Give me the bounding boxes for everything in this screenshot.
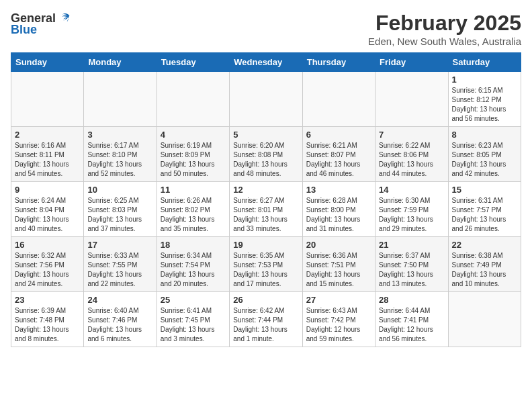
calendar-day-cell [157, 72, 229, 127]
calendar-day-cell: 10Sunrise: 6:25 AM Sunset: 8:03 PM Dayli… [84, 182, 157, 237]
day-info: Sunrise: 6:33 AM Sunset: 7:55 PM Dayligh… [87, 251, 152, 289]
day-number: 22 [452, 240, 517, 250]
calendar-day-cell: 22Sunrise: 6:38 AM Sunset: 7:49 PM Dayli… [448, 237, 521, 292]
calendar-day-cell: 3Sunrise: 6:17 AM Sunset: 8:10 PM Daylig… [84, 127, 157, 182]
calendar-day-cell: 11Sunrise: 6:26 AM Sunset: 8:02 PM Dayli… [157, 182, 229, 237]
calendar-day-cell: 24Sunrise: 6:40 AM Sunset: 7:46 PM Dayli… [84, 292, 157, 347]
month-title: February 2025 [368, 11, 521, 36]
calendar-day-cell: 4Sunrise: 6:19 AM Sunset: 8:09 PM Daylig… [157, 127, 229, 182]
weekday-header-saturday: Saturday [448, 53, 521, 72]
day-number: 23 [15, 295, 80, 305]
day-info: Sunrise: 6:25 AM Sunset: 8:03 PM Dayligh… [87, 196, 152, 234]
calendar-week-row: 2Sunrise: 6:16 AM Sunset: 8:11 PM Daylig… [11, 127, 521, 182]
day-number: 6 [306, 130, 371, 140]
calendar-day-cell: 23Sunrise: 6:39 AM Sunset: 7:48 PM Dayli… [11, 292, 84, 347]
calendar-day-cell: 25Sunrise: 6:41 AM Sunset: 7:45 PM Dayli… [157, 292, 229, 347]
weekday-header-wednesday: Wednesday [230, 53, 302, 72]
day-number: 12 [233, 185, 298, 195]
calendar-day-cell: 5Sunrise: 6:20 AM Sunset: 8:08 PM Daylig… [230, 127, 302, 182]
day-number: 8 [452, 130, 517, 140]
calendar-day-cell: 14Sunrise: 6:30 AM Sunset: 7:59 PM Dayli… [375, 182, 448, 237]
day-number: 1 [452, 75, 517, 85]
day-info: Sunrise: 6:27 AM Sunset: 8:01 PM Dayligh… [233, 196, 298, 234]
calendar-day-cell: 16Sunrise: 6:32 AM Sunset: 7:56 PM Dayli… [11, 237, 84, 292]
day-info: Sunrise: 6:34 AM Sunset: 7:54 PM Dayligh… [161, 251, 226, 289]
day-number: 10 [87, 185, 152, 195]
day-number: 16 [15, 240, 80, 250]
day-number: 19 [233, 240, 298, 250]
title-block: February 2025 Eden, New South Wales, Aus… [368, 11, 521, 47]
day-number: 7 [379, 130, 444, 140]
calendar-day-cell: 13Sunrise: 6:28 AM Sunset: 8:00 PM Dayli… [302, 182, 375, 237]
day-info: Sunrise: 6:31 AM Sunset: 7:57 PM Dayligh… [452, 196, 517, 234]
calendar-day-cell: 9Sunrise: 6:24 AM Sunset: 8:04 PM Daylig… [11, 182, 84, 237]
calendar-day-cell: 2Sunrise: 6:16 AM Sunset: 8:11 PM Daylig… [11, 127, 84, 182]
day-info: Sunrise: 6:15 AM Sunset: 8:12 PM Dayligh… [452, 86, 517, 124]
calendar-day-cell: 8Sunrise: 6:23 AM Sunset: 8:05 PM Daylig… [448, 127, 521, 182]
calendar-day-cell: 12Sunrise: 6:27 AM Sunset: 8:01 PM Dayli… [230, 182, 302, 237]
day-number: 24 [87, 295, 152, 305]
day-info: Sunrise: 6:38 AM Sunset: 7:49 PM Dayligh… [452, 251, 517, 289]
calendar-day-cell: 15Sunrise: 6:31 AM Sunset: 7:57 PM Dayli… [448, 182, 521, 237]
day-info: Sunrise: 6:36 AM Sunset: 7:51 PM Dayligh… [306, 251, 371, 289]
day-info: Sunrise: 6:43 AM Sunset: 7:42 PM Dayligh… [306, 306, 371, 344]
day-number: 4 [161, 130, 226, 140]
calendar-day-cell: 28Sunrise: 6:44 AM Sunset: 7:41 PM Dayli… [375, 292, 448, 347]
day-number: 25 [161, 295, 226, 305]
day-number: 26 [233, 295, 298, 305]
day-number: 14 [379, 185, 444, 195]
calendar-day-cell: 26Sunrise: 6:42 AM Sunset: 7:44 PM Dayli… [230, 292, 302, 347]
day-info: Sunrise: 6:16 AM Sunset: 8:11 PM Dayligh… [15, 141, 80, 179]
day-info: Sunrise: 6:42 AM Sunset: 7:44 PM Dayligh… [233, 306, 298, 344]
page-header: General Blue February 2025 Eden, New Sou… [11, 11, 521, 47]
day-info: Sunrise: 6:40 AM Sunset: 7:46 PM Dayligh… [87, 306, 152, 344]
calendar-day-cell [448, 292, 521, 347]
calendar-day-cell [302, 72, 375, 127]
day-number: 28 [379, 295, 444, 305]
day-info: Sunrise: 6:37 AM Sunset: 7:50 PM Dayligh… [379, 251, 444, 289]
day-number: 11 [161, 185, 226, 195]
calendar-day-cell: 20Sunrise: 6:36 AM Sunset: 7:51 PM Dayli… [302, 237, 375, 292]
calendar-day-cell [11, 72, 84, 127]
day-info: Sunrise: 6:26 AM Sunset: 8:02 PM Dayligh… [161, 196, 226, 234]
calendar-day-cell: 18Sunrise: 6:34 AM Sunset: 7:54 PM Dayli… [157, 237, 229, 292]
day-number: 15 [452, 185, 517, 195]
weekday-header-thursday: Thursday [302, 53, 375, 72]
day-number: 18 [161, 240, 226, 250]
calendar-table: SundayMondayTuesdayWednesdayThursdayFrid… [11, 52, 521, 347]
calendar-day-cell: 27Sunrise: 6:43 AM Sunset: 7:42 PM Dayli… [302, 292, 375, 347]
day-info: Sunrise: 6:35 AM Sunset: 7:53 PM Dayligh… [233, 251, 298, 289]
calendar-day-cell: 21Sunrise: 6:37 AM Sunset: 7:50 PM Dayli… [375, 237, 448, 292]
day-info: Sunrise: 6:19 AM Sunset: 8:09 PM Dayligh… [161, 141, 226, 179]
day-number: 3 [87, 130, 152, 140]
day-number: 20 [306, 240, 371, 250]
calendar-day-cell: 6Sunrise: 6:21 AM Sunset: 8:07 PM Daylig… [302, 127, 375, 182]
day-info: Sunrise: 6:24 AM Sunset: 8:04 PM Dayligh… [15, 196, 80, 234]
day-number: 17 [87, 240, 152, 250]
day-info: Sunrise: 6:30 AM Sunset: 7:59 PM Dayligh… [379, 196, 444, 234]
calendar-week-row: 9Sunrise: 6:24 AM Sunset: 8:04 PM Daylig… [11, 182, 521, 237]
weekday-header-friday: Friday [375, 53, 448, 72]
calendar-day-cell: 1Sunrise: 6:15 AM Sunset: 8:12 PM Daylig… [448, 72, 521, 127]
calendar-day-cell: 17Sunrise: 6:33 AM Sunset: 7:55 PM Dayli… [84, 237, 157, 292]
calendar-day-cell [84, 72, 157, 127]
calendar-day-cell: 19Sunrise: 6:35 AM Sunset: 7:53 PM Dayli… [230, 237, 302, 292]
logo-blue: Blue [11, 23, 37, 37]
weekday-header-tuesday: Tuesday [157, 53, 229, 72]
day-number: 5 [233, 130, 298, 140]
day-number: 9 [15, 185, 80, 195]
day-number: 21 [379, 240, 444, 250]
day-info: Sunrise: 6:20 AM Sunset: 8:08 PM Dayligh… [233, 141, 298, 179]
calendar-day-cell [230, 72, 302, 127]
day-info: Sunrise: 6:41 AM Sunset: 7:45 PM Dayligh… [161, 306, 226, 344]
calendar-day-cell [375, 72, 448, 127]
weekday-header-monday: Monday [84, 53, 157, 72]
calendar-week-row: 23Sunrise: 6:39 AM Sunset: 7:48 PM Dayli… [11, 292, 521, 347]
logo: General Blue [11, 11, 72, 37]
day-info: Sunrise: 6:17 AM Sunset: 8:10 PM Dayligh… [87, 141, 152, 179]
day-info: Sunrise: 6:28 AM Sunset: 8:00 PM Dayligh… [306, 196, 371, 234]
day-info: Sunrise: 6:22 AM Sunset: 8:06 PM Dayligh… [379, 141, 444, 179]
day-number: 13 [306, 185, 371, 195]
weekday-header-sunday: Sunday [11, 53, 84, 72]
calendar-week-row: 16Sunrise: 6:32 AM Sunset: 7:56 PM Dayli… [11, 237, 521, 292]
